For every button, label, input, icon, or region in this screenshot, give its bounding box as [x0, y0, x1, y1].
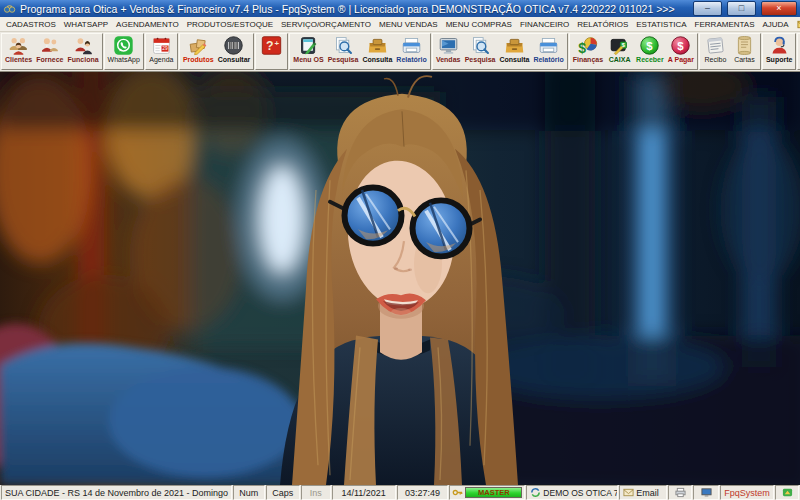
monitor-icon [701, 487, 712, 498]
menu-cadastros[interactable]: CADASTROS [2, 20, 60, 29]
key-icon [452, 487, 463, 498]
toolbar-label: CAIXA [609, 56, 631, 64]
toolbar-label: Consultar [218, 56, 251, 64]
toolbar-label: Cartas [734, 56, 755, 64]
clientes-icon [8, 35, 29, 56]
toolbar-button-consultar[interactable]: Consultar [216, 34, 253, 69]
menu-relatorios[interactable]: RELATÓRIOS [573, 20, 632, 29]
toolbar-label: Menu OS [293, 56, 323, 64]
svg-text:29: 29 [162, 46, 168, 51]
menu-agendamento[interactable]: AGENDAMENTO [112, 20, 183, 29]
toolbar-button-financas[interactable]: $ Finanças [571, 34, 605, 69]
toolbar-label: Agenda [149, 56, 173, 64]
toolbar-button-ajuda-consulta[interactable]: ?+ [257, 34, 286, 69]
consulta-os-icon [367, 35, 388, 56]
toolbar-button-recibo[interactable]: Recibo [701, 34, 730, 69]
toolbar-group-vendas: Vendas Pesquisa Consulta Relatório [432, 33, 568, 70]
status-date: 14/11/2021 [332, 485, 396, 500]
produtos-icon [188, 35, 209, 56]
toolbar-button-agenda[interactable]: 29 Agenda [147, 34, 176, 69]
brand-logo-icon [782, 487, 793, 498]
menu-financeiro[interactable]: FINANCEIRO [516, 20, 573, 29]
toolbar-button-produtos[interactable]: Produtos [181, 34, 216, 69]
status-user-badge: MASTER [465, 487, 522, 498]
printer-icon [675, 487, 686, 498]
window-title: Programa para Otica + Vendas & Financeir… [20, 3, 688, 15]
toolbar-button-fornecedores[interactable]: Fornece [34, 34, 65, 69]
toolbar-group-financeiro: $ Finanças $ CAIXA $ Receber $ A Pagar [569, 33, 698, 70]
relatorio-os-icon [401, 35, 422, 56]
maximize-button[interactable]: □ [727, 1, 756, 16]
toolbar-button-cartas[interactable]: Cartas [730, 34, 759, 69]
minimize-button[interactable]: – [693, 1, 722, 16]
agenda-icon: 29 [151, 35, 172, 56]
toolbar-label: Clientes [5, 56, 32, 64]
status-insert: Ins [301, 485, 331, 500]
toolbar-button-pesquisa-os[interactable]: Pesquisa [326, 34, 361, 69]
toolbar-button-pesquisa-vendas[interactable]: Pesquisa [463, 34, 498, 69]
toolbar-group-produtos: Produtos Consultar [179, 33, 254, 70]
toolbar-button-vendas[interactable]: Vendas [434, 34, 463, 69]
fornecedores-icon [39, 35, 60, 56]
menu-produtos-estoque[interactable]: PRODUTOS/ESTOQUE [183, 20, 277, 29]
menu-ajuda[interactable]: AJUDA [758, 20, 792, 29]
toolbar-label: Recibo [705, 56, 727, 64]
status-email-label: Email [636, 488, 659, 498]
menu-ferramentas[interactable]: FERRAMENTAS [691, 20, 759, 29]
relatorio-vendas-icon [538, 35, 559, 56]
toolbar-button-relatorio-os[interactable]: Relatório [394, 34, 428, 69]
close-button[interactable]: × [761, 1, 797, 16]
toolbar-label: Relatório [396, 56, 426, 64]
consulta-vendas-icon [504, 35, 525, 56]
menu-estatistica[interactable]: ESTATISTICA [632, 20, 690, 29]
status-time: 03:27:49 [397, 485, 449, 500]
status-user: MASTER [449, 485, 525, 500]
suporte-icon [769, 35, 790, 56]
toolbar-button-caixa[interactable]: $ CAIXA [605, 34, 634, 69]
toolbar-group-agenda: 29 Agenda [145, 33, 178, 70]
menu-servico-orcamento[interactable]: SERVIÇO/ORÇAMENTO [277, 20, 375, 29]
financas-icon: $ [577, 35, 598, 56]
toolbar-button-a-pagar[interactable]: $ A Pagar [666, 34, 696, 69]
toolbar-button-whatsapp[interactable]: WhatsApp [106, 34, 142, 69]
toolbar-label: Pesquisa [465, 56, 496, 64]
toolbar-button-funcionarios[interactable]: Funciona [65, 34, 100, 69]
titlebar: Programa para Otica + Vendas & Financeir… [0, 0, 800, 17]
toolbar-button-receber[interactable]: $ Receber [634, 34, 666, 69]
pesquisa-os-icon [333, 35, 354, 56]
toolbar-group-documentos: Recibo Cartas [699, 33, 761, 70]
toolbar-group-os: Menu OS Pesquisa Consulta Relatório [289, 33, 430, 70]
menu-vendas[interactable]: MENU VENDAS [375, 20, 442, 29]
toolbar-button-relatorio-vendas[interactable]: Relatório [531, 34, 565, 69]
a-pagar-icon: $ [670, 35, 691, 56]
status-printer[interactable] [668, 485, 692, 500]
main-photo [0, 72, 800, 485]
status-email[interactable]: Email [619, 485, 667, 500]
recibo-icon [705, 35, 726, 56]
svg-text:?: ? [266, 39, 273, 53]
toolbar-button-menu-os[interactable]: Menu OS [291, 34, 325, 69]
svg-text:+: + [275, 39, 280, 48]
toolbar-group-whatsapp: WhatsApp [104, 33, 144, 70]
toolbar-button-consulta-vendas[interactable]: Consulta [497, 34, 531, 69]
menu-compras[interactable]: MENU COMPRAS [442, 20, 516, 29]
toolbar-label: Produtos [183, 56, 214, 64]
svg-text:$: $ [647, 40, 654, 52]
toolbar-group-cadastros: Clientes Fornece Funciona [1, 33, 103, 70]
toolbar: Clientes Fornece Funciona WhatsApp 29 Ag… [0, 32, 800, 72]
menu-email[interactable]: E-MAIL [793, 19, 800, 30]
toolbar-label: Funciona [67, 56, 98, 64]
svg-text:$: $ [678, 40, 685, 52]
email-status-icon [623, 487, 634, 498]
status-monitor[interactable] [693, 485, 719, 500]
toolbar-button-consulta-os[interactable]: Consulta [360, 34, 394, 69]
status-logo [775, 485, 799, 500]
toolbar-label: Finanças [573, 56, 603, 64]
toolbar-button-clientes[interactable]: Clientes [3, 34, 34, 69]
toolbar-button-suporte[interactable]: Suporte [764, 34, 794, 69]
toolbar-label: Suporte [766, 56, 792, 64]
toolbar-label: WhatsApp [108, 56, 140, 64]
menubar: CADASTROS WHATSAPP AGENDAMENTO PRODUTOS/… [0, 17, 800, 32]
menu-whatsapp[interactable]: WHATSAPP [60, 20, 112, 29]
toolbar-label: Consulta [499, 56, 529, 64]
